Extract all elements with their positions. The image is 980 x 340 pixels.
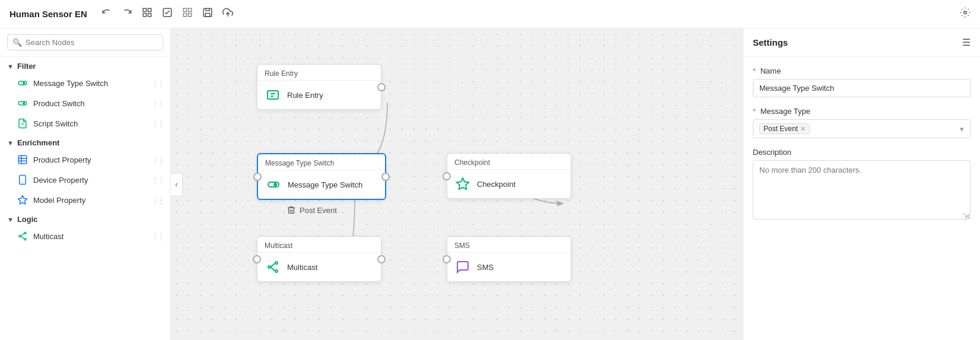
settings-menu-icon[interactable]: ☰ (962, 37, 971, 48)
svg-rect-22 (20, 176, 26, 185)
node-label-checkpoint: Checkpoint (477, 180, 516, 189)
sms-icon (454, 259, 471, 275)
collapse-sidebar-button[interactable]: ‹ (171, 173, 183, 196)
connector-msg-switch-right[interactable] (381, 173, 390, 181)
connector-multicast-left[interactable] (253, 255, 261, 263)
node-label-sms: SMS (477, 263, 494, 272)
sidebar-item-label: Message Type Switch (33, 79, 147, 88)
grid-icon[interactable] (142, 7, 152, 21)
sidebar-item-product-property[interactable]: Product Property (0, 150, 170, 170)
post-event-action[interactable]: Post Event (287, 205, 337, 215)
chevron-filter: ▼ (7, 63, 14, 70)
drag-handle[interactable] (151, 79, 163, 88)
sidebar-item-model-property[interactable]: Model Property (0, 190, 170, 210)
tag-close-button[interactable]: ✕ (800, 125, 806, 133)
deploy-icon[interactable] (222, 7, 233, 21)
script-switch-icon (17, 117, 28, 129)
multicast-canvas-icon (265, 259, 281, 275)
name-input[interactable] (753, 79, 971, 97)
switch-icon (17, 77, 28, 89)
svg-rect-1 (148, 8, 151, 11)
name-field: * Name (753, 66, 971, 97)
connector-multicast-right[interactable] (377, 255, 386, 263)
model-property-icon (17, 194, 28, 206)
multicast-icon (17, 230, 28, 242)
svg-marker-24 (18, 196, 27, 204)
sidebar-item-label: Model Property (33, 196, 147, 205)
node-rule-entry[interactable]: Rule Entry Rule Entry (257, 64, 381, 110)
node-message-type-switch[interactable]: Message Type Switch Message Type Switch (257, 153, 386, 200)
save-icon[interactable] (202, 7, 213, 21)
selection-icon[interactable] (182, 7, 193, 21)
svg-rect-0 (143, 8, 146, 11)
sidebar-item-multicast[interactable]: Multicast (0, 226, 170, 246)
section-header-logic[interactable]: ▼ Logic (0, 210, 170, 226)
sidebar-item-script-switch[interactable]: Script Switch (0, 113, 170, 134)
description-textarea[interactable] (753, 160, 971, 220)
sidebar-item-label: Multicast (33, 232, 147, 241)
svg-line-39 (271, 263, 275, 268)
node-title-rule-entry: Rule Entry (257, 65, 381, 81)
message-type-select[interactable]: Post Event ✕ ▾ (753, 119, 971, 138)
drag-handle[interactable] (151, 196, 163, 205)
required-star-2: * (753, 107, 756, 116)
sidebar-item-message-type-switch[interactable]: Message Type Switch (0, 73, 170, 93)
node-sms[interactable]: SMS SMS (447, 236, 571, 282)
svg-line-29 (21, 236, 24, 239)
chevron-logic: ▼ (7, 216, 14, 223)
sidebar-item-device-property[interactable]: Device Property (0, 170, 170, 190)
canvas-area[interactable]: ‹ Rule Entry Rule Entry (171, 28, 743, 340)
drag-handle[interactable] (151, 99, 163, 108)
svg-rect-10 (205, 14, 210, 17)
settings-panel: Settings ☰ * Name * Message Type (743, 28, 980, 340)
svg-point-12 (964, 11, 967, 14)
connector-checkpoint-left[interactable] (443, 172, 451, 180)
settings-form: * Name * Message Type Post Event ✕ ▾ (743, 57, 980, 231)
search-input-wrap[interactable]: 🔍 (7, 34, 163, 50)
drag-handle[interactable] (151, 176, 163, 185)
app-title: Human Sensor EN (9, 9, 87, 19)
required-star: * (753, 66, 756, 75)
node-label-multicast: Multicast (287, 263, 317, 272)
settings-icon[interactable] (960, 7, 971, 21)
drag-handle[interactable] (151, 232, 163, 241)
node-label-rule-entry: Rule Entry (287, 91, 323, 100)
connector-sms-left[interactable] (443, 255, 451, 263)
node-checkpoint[interactable]: Checkpoint Checkpoint (447, 153, 571, 199)
svg-point-23 (22, 182, 23, 183)
settings-title: Settings (753, 37, 788, 47)
settings-header: Settings ☰ (743, 28, 980, 57)
description-field: Description ⤡ (753, 148, 971, 221)
svg-rect-9 (203, 8, 212, 17)
connector-msg-switch-left[interactable] (253, 173, 262, 181)
sidebar-item-label: Product Property (33, 155, 147, 164)
checkbox-icon[interactable] (162, 7, 173, 21)
svg-rect-5 (183, 8, 186, 11)
svg-point-38 (268, 266, 271, 268)
message-type-field: * Message Type Post Event ✕ ▾ (753, 107, 971, 138)
drag-handle[interactable] (151, 155, 163, 164)
svg-rect-3 (148, 14, 151, 17)
sidebar-item-product-switch[interactable]: Product Switch (0, 93, 170, 113)
section-header-enrichment[interactable]: ▼ Enrichment (0, 134, 170, 150)
toolbar: Human Sensor EN (0, 0, 980, 28)
section-label-filter: Filter (17, 62, 36, 71)
svg-point-14 (23, 82, 26, 85)
node-body-message-type-switch: Message Type Switch (258, 170, 385, 199)
redo-icon[interactable] (122, 7, 132, 21)
undo-icon[interactable] (101, 7, 112, 21)
search-input[interactable] (26, 38, 158, 47)
sidebar-item-label: Product Switch (33, 99, 147, 108)
svg-rect-2 (143, 14, 146, 17)
chevron-enrichment: ▼ (7, 139, 14, 147)
drag-handle[interactable] (151, 119, 163, 128)
node-title-message-type-switch: Message Type Switch (258, 154, 385, 170)
svg-point-26 (24, 239, 26, 240)
product-property-icon (17, 154, 28, 166)
sidebar: 🔍 ▼ Filter Message Type Switch Product S… (0, 28, 171, 340)
node-body-multicast: Multicast (257, 253, 381, 281)
connector-rule-entry-right[interactable] (377, 83, 386, 91)
node-multicast[interactable]: Multicast Multicast (257, 236, 381, 282)
sidebar-item-label: Device Property (33, 176, 147, 185)
section-header-filter[interactable]: ▼ Filter (0, 57, 170, 73)
